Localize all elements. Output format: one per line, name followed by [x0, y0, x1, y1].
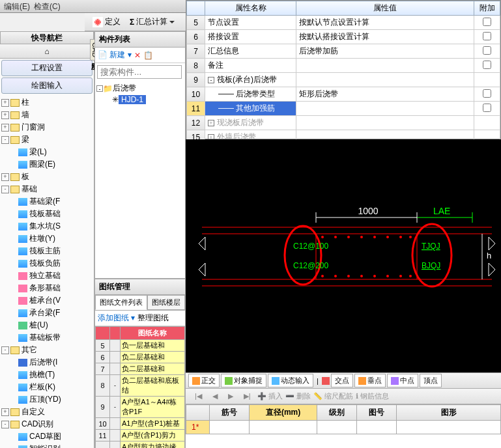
delete-button[interactable]: ➖ 删除	[285, 391, 311, 401]
dyninput-button[interactable]: 动态输入	[268, 374, 313, 387]
dwg-row[interactable]: 8-负二层基础和底板结	[96, 375, 185, 397]
folder-icon	[10, 421, 20, 428]
midpoint-button[interactable]: 中点	[387, 374, 418, 387]
rebar-info-button[interactable]: ℹ 钢筋信息	[356, 391, 389, 401]
tree-node[interactable]: 梁(L)	[0, 146, 94, 158]
attach-checkbox[interactable]	[483, 46, 491, 55]
attach-checkbox[interactable]	[483, 18, 491, 26]
prev-icon[interactable]: ◀	[208, 391, 222, 402]
col-grade[interactable]: 级别	[317, 405, 357, 421]
tree-node[interactable]: 筏板主筋	[0, 245, 94, 257]
attach-checkbox[interactable]	[483, 32, 491, 40]
prop-row[interactable]: 7汇总信息后浇带加筋	[187, 44, 500, 59]
tree-node[interactable]: 压顶(YD)	[0, 393, 94, 406]
menu-check[interactable]: 检查(C)	[34, 1, 61, 11]
tree-node[interactable]: +墙	[0, 109, 94, 121]
attach-checkbox[interactable]	[483, 104, 491, 112]
tree-node[interactable]: 挑檐(T)	[0, 369, 94, 381]
tree-node[interactable]: 筏板负筋	[0, 257, 94, 270]
osnap-button[interactable]: 对象捕捉	[221, 374, 266, 387]
tree-node[interactable]: +门窗洞	[0, 121, 94, 133]
first-icon[interactable]: |◀	[191, 391, 206, 402]
component-item[interactable]: HJD-1	[119, 95, 146, 104]
attach-checkbox[interactable]	[483, 89, 491, 98]
component-list-panel: 构件列表 📄 新建 ▾ ✕ 📋 - 📁 后浇带 ✳ HJD-1	[94, 31, 186, 279]
attach-checkbox[interactable]	[483, 61, 491, 69]
nav-tree[interactable]: +柱+墙+门窗洞-梁梁(L)圈梁(E)+板-基础基础梁(F筏板基础集水坑(S柱墩…	[0, 95, 94, 448]
dwg-row[interactable]: 6负二层基础和	[96, 352, 185, 363]
define-button[interactable]: 定义	[89, 14, 124, 29]
prop-row[interactable]: 9-筏板(承台)后浇带	[187, 73, 500, 87]
tree-node[interactable]: 柱墩(Y)	[0, 232, 94, 245]
intersect-button[interactable]: 交点	[331, 374, 353, 387]
prop-row[interactable]: 6搭接设置按默认搭接设置计算	[187, 30, 500, 44]
svg-point-11	[321, 236, 324, 238]
col-barnum[interactable]: 筋号	[210, 405, 250, 421]
organize-drawing-button[interactable]: 整理图纸	[137, 313, 169, 324]
new-component-button[interactable]: 📄 新建 ▾	[98, 49, 132, 61]
tree-node[interactable]: 基础梁(F	[0, 195, 94, 208]
tree-node[interactable]: 圈梁(E)	[0, 158, 94, 171]
drawing-manager: 图纸管理 图纸文件列表 图纸楼层 添加图纸 ▾ 整理图纸 图纸名称5负一层基础和…	[94, 279, 186, 448]
add-drawing-button[interactable]: 添加图纸 ▾	[98, 313, 135, 324]
tree-node[interactable]: -基础	[0, 183, 94, 195]
tab-dwg-files[interactable]: 图纸文件列表	[95, 295, 147, 310]
item-icon	[18, 223, 27, 231]
component-search-input[interactable]	[97, 65, 182, 79]
rebar-row-1[interactable]: 1*	[186, 421, 210, 434]
tree-node[interactable]: 基础板带	[0, 331, 94, 344]
tree-node[interactable]: 集水坑(S	[0, 220, 94, 232]
dwg-row[interactable]: 12A户型剪力墙边缘构	[96, 441, 185, 449]
dwg-row[interactable]: 7负二层基础和	[96, 363, 185, 375]
tree-node[interactable]: -CAD识别	[0, 418, 94, 430]
close-x-icon[interactable]	[322, 377, 330, 385]
tree-node[interactable]: 筏板基础	[0, 208, 94, 220]
tree-node[interactable]: 桩(U)	[0, 319, 94, 331]
tree-node[interactable]: -梁	[0, 133, 94, 146]
calc-button[interactable]: 汇总计算	[126, 14, 179, 29]
tab-dwg-floors[interactable]: 图纸楼层	[147, 295, 185, 310]
svg-point-25	[399, 275, 402, 277]
prop-row[interactable]: 5节点设置按默认节点设置计算	[187, 16, 500, 30]
prop-row[interactable]: 12+现浇板后浇带	[187, 116, 500, 130]
nav-home-icon[interactable]: ⌂	[40, 45, 53, 58]
next-icon[interactable]: ▶	[224, 391, 237, 402]
tree-node[interactable]: CAD草图	[0, 430, 94, 443]
prop-row[interactable]: 11—— 其他加强筋	[187, 102, 500, 116]
copy-icon[interactable]: 📋	[143, 51, 153, 60]
nav-section-proj[interactable]: 工程设置	[1, 60, 93, 76]
dwg-row[interactable]: 11A户型(含P1)剪力	[96, 430, 185, 441]
tree-node[interactable]: 承台梁(F	[0, 307, 94, 319]
nav-section-draw[interactable]: 绘图输入	[1, 77, 93, 94]
tree-node[interactable]: 独立基础	[0, 270, 94, 282]
dwg-row[interactable]: 10A1户型(含P1)桩基	[96, 418, 185, 430]
drawing-viewport[interactable]: 1000 LAE C12@100 C12@200 TJQJ BJQJ h	[186, 139, 501, 372]
dwg-row[interactable]: 9-A户型A1～A4#栋含P1F	[96, 397, 185, 418]
last-icon[interactable]: ▶|	[240, 391, 255, 402]
prop-row[interactable]: 10—— 后浇带类型矩形后浇带	[187, 87, 500, 102]
menu-edit[interactable]: 编辑(E)	[4, 1, 30, 11]
tree-node[interactable]: 智能识别	[0, 443, 94, 448]
perp-button[interactable]: 垂点	[354, 374, 386, 387]
col-shape[interactable]: 图形	[397, 405, 501, 421]
tree-node[interactable]: 条形基础	[0, 282, 94, 294]
tree-node[interactable]: -其它	[0, 344, 94, 356]
col-figno[interactable]: 图号	[357, 405, 397, 421]
prop-row[interactable]: 8备注	[187, 59, 500, 73]
col-diameter[interactable]: 直径(mm)	[249, 405, 317, 421]
tree-node[interactable]: 桩承台(V	[0, 294, 94, 307]
tree-node[interactable]: 栏板(K)	[0, 381, 94, 393]
tree-node[interactable]: +柱	[0, 96, 94, 109]
insert-button[interactable]: ➕ 插入	[257, 391, 283, 401]
vertex-button[interactable]: 顶点	[420, 374, 442, 387]
component-tree[interactable]: - 📁 后浇带 ✳ HJD-1	[95, 81, 185, 106]
property-grid[interactable]: 属性名称属性值附加5节点设置按默认节点设置计算6搭接设置按默认搭接设置计算7汇总…	[186, 0, 501, 139]
ortho-button[interactable]: 正交	[188, 374, 220, 387]
rebar-grid[interactable]: 筋号 直径(mm) 级别 图号 图形 1*	[186, 404, 501, 448]
delete-icon[interactable]: ✕	[134, 51, 141, 60]
tree-node[interactable]: 后浇带(I	[0, 356, 94, 369]
scale-rebar-button[interactable]: 📏 缩尺配筋	[313, 391, 353, 401]
tree-node[interactable]: +板	[0, 171, 94, 183]
dwg-row[interactable]: 5负一层基础和	[96, 340, 185, 352]
tree-node[interactable]: +自定义	[0, 406, 94, 418]
